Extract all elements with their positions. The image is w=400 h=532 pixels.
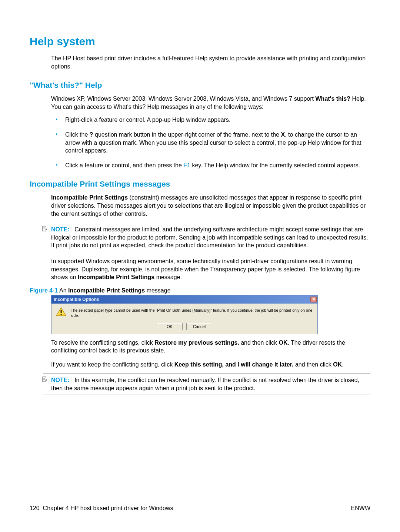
bold-text: X	[281, 131, 285, 138]
text: Click a feature or control, and then pre…	[65, 162, 183, 168]
text: .	[342, 361, 343, 368]
note-text: Constraint messages are limited, and the…	[51, 226, 368, 248]
list-item: Right-click a feature or control. A pop-…	[51, 116, 370, 124]
close-button[interactable]: ✕	[310, 297, 317, 302]
section-whats-this-heading: "What's this?" Help	[30, 81, 370, 90]
note-icon	[42, 225, 47, 234]
text: key. The Help window for the currently s…	[190, 162, 360, 168]
dialog-incompatible-options: Incompatible Options ✕ The selected pape…	[51, 295, 318, 334]
figure-caption: Figure 4-1 An Incompatible Print Setting…	[30, 287, 370, 295]
bold-text: Restore my previous settings.	[154, 339, 239, 346]
text: question mark button in the upper-right …	[93, 131, 281, 138]
note-box: NOTE: In this example, the conflict can …	[43, 374, 370, 395]
dialog-title: Incompatible Options	[54, 297, 99, 302]
whats-this-list: Right-click a feature or control. A pop-…	[51, 116, 370, 169]
footer-right: ENWW	[351, 505, 370, 512]
text: message.	[154, 274, 182, 280]
svg-rect-6	[61, 314, 62, 315]
section-incompat-heading: Incompatible Print Settings messages	[30, 180, 370, 188]
list-item: Click a feature or control, and then pre…	[51, 161, 370, 170]
chapter-label: Chapter 4 HP host based print driver for…	[43, 505, 173, 511]
text: To resolve the conflicting settings, cli…	[51, 339, 154, 346]
note-text: In this example, the conflict can be res…	[51, 377, 359, 391]
text: Windows XP, Windows Server 2003, Windows…	[51, 96, 316, 102]
incompat-paragraph-1: Incompatible Print Settings (constraint)…	[51, 194, 370, 218]
bold-text: What's this?	[316, 96, 350, 102]
intro-paragraph: The HP Host based print driver includes …	[51, 54, 370, 70]
cancel-button[interactable]: Cancel	[186, 323, 212, 330]
svg-rect-0	[43, 226, 46, 231]
bold-text: Incompatible Print Settings	[68, 287, 145, 294]
page-title: Help system	[30, 35, 370, 48]
note-label: NOTE:	[51, 377, 70, 383]
ok-button[interactable]: OK	[157, 323, 183, 330]
bold-text: Keep this setting, and I will change it …	[174, 361, 294, 368]
text: Click the	[65, 131, 90, 138]
incompat-paragraph-2: In supported Windows operating environme…	[51, 257, 370, 281]
page-footer: 120 Chapter 4 HP host based print driver…	[30, 505, 370, 512]
note-label: NOTE:	[51, 226, 70, 232]
bold-text: Incompatible Print Settings	[51, 194, 128, 201]
figure-label: Figure 4-1	[30, 287, 58, 294]
incompat-paragraph-3: To resolve the conflicting settings, cli…	[51, 339, 370, 355]
key-name: F1	[183, 162, 190, 168]
text: If you want to keep the conflicting sett…	[51, 361, 174, 368]
whats-this-paragraph: Windows XP, Windows Server 2003, Windows…	[51, 95, 370, 111]
svg-rect-5	[61, 310, 62, 313]
text: message	[145, 287, 170, 294]
note-icon	[42, 376, 47, 384]
text: An	[58, 287, 68, 294]
bold-text: OK	[333, 361, 342, 368]
dialog-titlebar: Incompatible Options ✕	[51, 295, 317, 304]
page-number: 120	[30, 505, 40, 511]
list-item: Click the ? question mark button in the …	[51, 131, 370, 155]
svg-rect-7	[43, 377, 46, 382]
text: and then click	[239, 339, 279, 346]
bold-text: Incompatible Print Settings	[78, 274, 154, 280]
bold-text: OK	[279, 339, 287, 346]
dialog-message: The selected paper type cannot be used w…	[71, 307, 314, 318]
warning-icon	[56, 307, 66, 316]
text: and then click	[293, 361, 333, 368]
incompat-paragraph-4: If you want to keep the conflicting sett…	[51, 361, 370, 369]
note-box: NOTE: Constraint messages are limited, a…	[43, 223, 370, 252]
bold-text: ?	[90, 131, 93, 138]
